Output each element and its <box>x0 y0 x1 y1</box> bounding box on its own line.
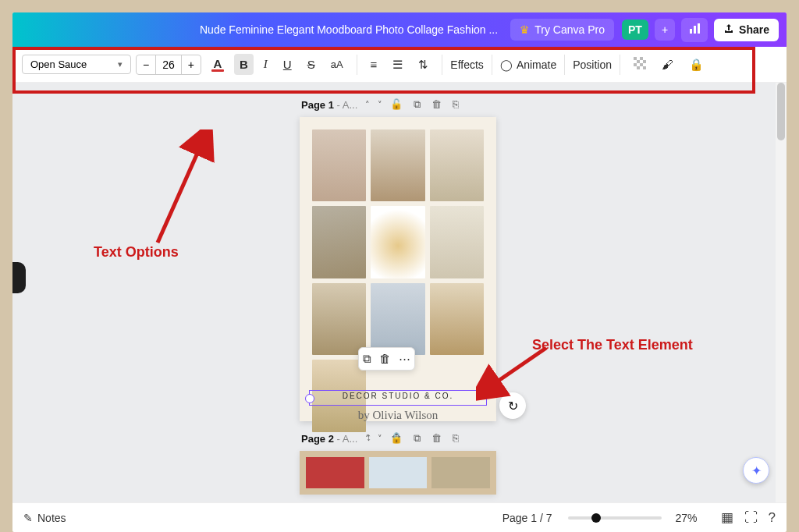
decrease-size-button[interactable]: − <box>137 55 155 74</box>
photo-grid <box>312 129 484 432</box>
collapse-up-icon[interactable]: ˄ <box>365 100 370 110</box>
element-quick-actions: ⧉ 🗑 ⋯ <box>358 347 415 371</box>
add-page-icon[interactable]: ⎘ <box>453 432 459 445</box>
more-icon[interactable]: ⋯ <box>399 352 410 366</box>
comment-icon: ↻ <box>508 399 518 413</box>
comment-button[interactable]: ↻ <box>499 392 526 419</box>
byline-text[interactable]: by Olivia Wilson <box>300 409 496 422</box>
collapse-up-icon[interactable]: ˄ <box>365 434 370 444</box>
photo-cell[interactable] <box>312 129 366 201</box>
svg-rect-2 <box>698 23 700 34</box>
page-1-title: Page 1 <box>301 99 334 111</box>
position-button[interactable]: Position <box>573 59 612 71</box>
page-2-canvas[interactable] <box>300 451 496 495</box>
strikethrough-button[interactable]: S <box>302 54 321 75</box>
vertical-scrollbar[interactable] <box>776 83 787 502</box>
svg-rect-6 <box>637 60 640 63</box>
lock-icon: 🔒 <box>689 58 704 72</box>
photo-cell[interactable] <box>312 206 366 278</box>
text-color-button[interactable]: A <box>206 54 229 76</box>
italic-icon: I <box>264 58 268 71</box>
photo-cell[interactable] <box>430 206 484 278</box>
page-2-title: Page 2 <box>301 433 334 445</box>
collapse-down-icon[interactable]: ˅ <box>378 100 382 110</box>
svg-rect-1 <box>694 26 696 34</box>
add-page-icon[interactable]: ⎘ <box>453 98 459 111</box>
notes-label: Notes <box>37 512 66 524</box>
try-pro-button[interactable]: ♛ Try Canva Pro <box>510 19 614 41</box>
page-1-canvas[interactable] <box>300 117 496 421</box>
photo-cell[interactable] <box>371 129 424 201</box>
spacing-button[interactable]: ⇅ <box>413 54 434 76</box>
photo-cell[interactable] <box>430 129 484 201</box>
lock-page-icon[interactable]: 🔓 <box>390 432 403 445</box>
underline-button[interactable]: U <box>278 54 297 75</box>
photo-cell[interactable] <box>306 457 364 488</box>
scrollbar-thumb[interactable] <box>777 83 785 140</box>
selected-text-content[interactable]: DECOR STUDIO & CO. <box>310 392 486 400</box>
font-size-value[interactable]: 26 <box>155 55 182 74</box>
zoom-value[interactable]: 27% <box>676 512 698 524</box>
delete-page-icon[interactable]: 🗑 <box>431 432 442 445</box>
font-selector[interactable]: Open Sauce ▾ <box>22 55 131 74</box>
spacing-icon: ⇅ <box>418 58 428 72</box>
lock-page-icon[interactable]: 🔓 <box>390 98 403 111</box>
toolbar-divider <box>442 55 442 75</box>
photo-cell[interactable] <box>430 283 484 355</box>
trash-icon[interactable]: 🗑 <box>379 352 391 366</box>
annotation-arrow-1 <box>150 129 220 246</box>
photo-cell[interactable] <box>312 283 366 355</box>
help-icon[interactable]: ? <box>769 510 776 526</box>
side-panel-handle[interactable] <box>12 262 26 293</box>
text-color-icon: A <box>211 58 224 72</box>
delete-page-icon[interactable]: 🗑 <box>431 98 442 111</box>
page-1-subtitle: - A... <box>334 99 357 111</box>
svg-rect-11 <box>643 66 646 69</box>
effects-button[interactable]: Effects <box>450 59 484 71</box>
letter-case-button[interactable]: aA <box>325 55 349 74</box>
selected-text-element[interactable]: DECOR STUDIO & CO. <box>309 390 487 406</box>
present-icon[interactable]: ⛶ <box>744 510 758 526</box>
magic-button[interactable]: ✦ <box>743 457 769 484</box>
case-icon: aA <box>331 59 343 70</box>
transparency-button[interactable] <box>628 53 652 76</box>
font-name: Open Sauce <box>30 59 87 70</box>
profile-button[interactable]: PT <box>622 20 648 40</box>
insights-button[interactable] <box>681 18 708 42</box>
zoom-slider[interactable] <box>568 516 662 520</box>
share-button[interactable]: Share <box>714 19 779 41</box>
increase-size-button[interactable]: + <box>182 55 201 74</box>
strike-icon: S <box>307 58 315 71</box>
photo-cell[interactable] <box>369 457 428 488</box>
font-size-stepper[interactable]: − 26 + <box>136 55 201 75</box>
canvas-area[interactable]: Page 1 - A... ˄ ˅ 🔓 ⧉ 🗑 ⎘ <box>12 83 787 502</box>
toolbar-divider <box>357 55 357 75</box>
animate-label: Animate <box>517 59 556 71</box>
alignment-button[interactable]: ≡ <box>365 54 383 75</box>
bold-button[interactable]: B <box>234 54 254 75</box>
footer-bar: ✎ Notes Page 1 / 7 27% ▦ ⛶ ? <box>12 502 787 532</box>
photo-cell[interactable] <box>431 457 490 488</box>
page-counter[interactable]: Page 1 / 7 <box>502 512 552 524</box>
animate-button[interactable]: ◯ Animate <box>500 59 556 71</box>
notes-button[interactable]: ✎ Notes <box>23 512 66 524</box>
italic-button[interactable]: I <box>258 54 273 75</box>
toolbar-divider <box>492 55 492 75</box>
list-icon: ☰ <box>392 58 403 72</box>
duplicate-page-icon[interactable]: ⧉ <box>414 98 421 111</box>
duplicate-page-icon[interactable]: ⧉ <box>414 432 421 445</box>
lock-button[interactable]: 🔒 <box>684 54 709 76</box>
list-button[interactable]: ☰ <box>387 54 408 76</box>
copy-style-button[interactable]: 🖌 <box>656 54 679 75</box>
photo-cell[interactable] <box>371 206 424 278</box>
grid-view-icon[interactable]: ▦ <box>721 509 733 526</box>
duplicate-icon[interactable]: ⧉ <box>363 352 371 366</box>
svg-line-12 <box>158 137 204 243</box>
zoom-slider-thumb[interactable] <box>591 513 601 523</box>
share-label: Share <box>739 23 769 36</box>
page-2-subtitle: - A... <box>334 433 357 445</box>
svg-rect-10 <box>637 66 640 69</box>
collapse-down-icon[interactable]: ˅ <box>378 434 382 444</box>
add-button[interactable]: + <box>655 19 675 41</box>
photo-cell[interactable] <box>371 283 424 355</box>
